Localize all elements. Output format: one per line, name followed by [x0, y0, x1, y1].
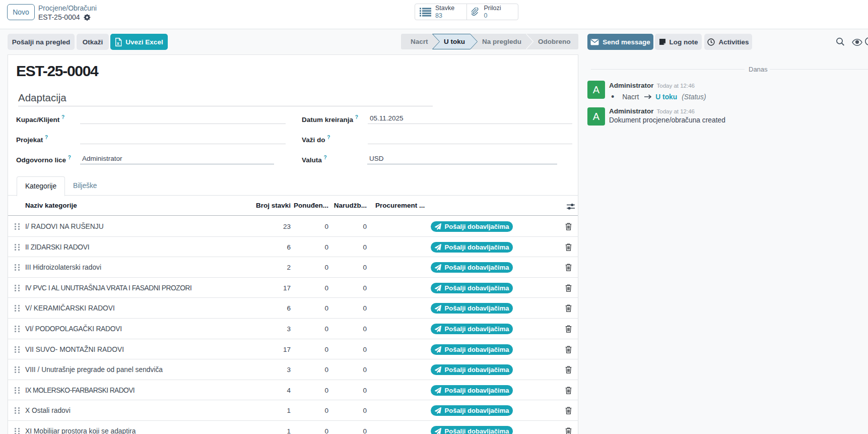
- svg-text:x: x: [117, 40, 119, 45]
